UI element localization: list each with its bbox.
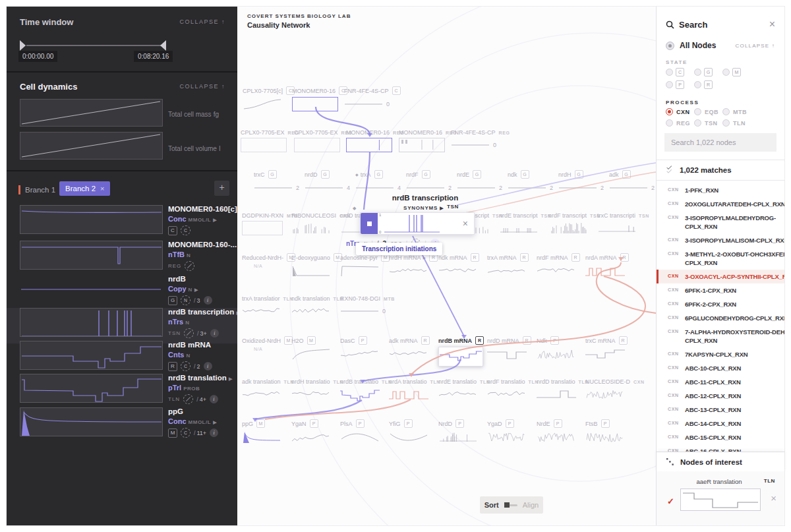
result-item-3-oxoacyl-acp-synthii-cplx-rxn[interactable]: CXN 3-OXOACYL-ACP-SYNTHII-CPLX_RXN bbox=[657, 270, 784, 283]
check-icon[interactable]: ✓ bbox=[667, 496, 674, 506]
sort-label[interactable]: Sort bbox=[484, 501, 499, 509]
network-node-fnr-4fe-4s-cp[interactable]: FNR-4FE-4S-CPC 0 bbox=[344, 86, 392, 111]
causality-network-canvas[interactable]: COVERT SYSTEMS BIOLOGY LAB Causality Net… bbox=[237, 7, 656, 525]
state-filter-R[interactable]: R bbox=[694, 80, 722, 89]
network-node-oxidized-nrdh[interactable]: Oxidized-NrdHM N/A bbox=[242, 336, 289, 351]
network-node-nrdb-mrna[interactable]: nrdB mRNAR bbox=[438, 336, 486, 367]
time-range-start-handle[interactable] bbox=[20, 40, 26, 51]
entry-metric[interactable]: Cnts N bbox=[168, 351, 237, 359]
result-item-7kapsyn-cplx-rxn[interactable]: CXN 7KAPSYN-CPLX_RXN bbox=[657, 347, 784, 361]
entry-metric[interactable]: Copy N ▶ bbox=[168, 285, 237, 293]
network-node-nrde-translatio[interactable]: nrdE translatioTLN bbox=[438, 378, 486, 401]
entry-metric[interactable]: pTrl PROB bbox=[168, 384, 237, 392]
process-filter-CXN[interactable]: CXN bbox=[666, 108, 694, 115]
process-filter-REG[interactable]: REG bbox=[666, 119, 694, 127]
network-node-nrdf[interactable]: nrdFG 2 bbox=[406, 170, 454, 195]
result-item-6pglucondehydrog-cplx-rxn[interactable]: CXN 6PGLUCONDEHYDROG-CPLX_RXN bbox=[657, 311, 784, 325]
result-item-abc-12-cplx-rxn[interactable]: CXN ABC-12-CPLX_RXN bbox=[657, 389, 784, 403]
network-node-trxa-mrna[interactable]: trxA mRNAR bbox=[487, 253, 535, 278]
all-nodes-radio[interactable] bbox=[666, 42, 674, 50]
network-node-plsa[interactable]: PlsAP bbox=[340, 419, 388, 444]
state-filter-M[interactable]: M bbox=[722, 68, 751, 76]
network-node-adenosine-pyr[interactable]: adenosine-pyrM bbox=[340, 253, 388, 278]
result-item-abc-15-cplx-rxn[interactable]: CXN ABC-15-CPLX_RXN bbox=[657, 430, 784, 444]
state-filter-P[interactable]: P bbox=[666, 80, 694, 89]
network-node-nrde[interactable]: nrdEG 2 bbox=[457, 170, 504, 195]
process-filter-EQB[interactable]: EQB bbox=[694, 108, 722, 115]
network-node-nucleoside-d[interactable]: NUCLEOSIDE-DCXN bbox=[585, 378, 633, 401]
network-node-nrdf-transcript[interactable]: nrdF transcriptTSN bbox=[548, 212, 596, 235]
result-item-6pfk-1-cpx-rxn[interactable]: CXN 6PFK-1-CPX_RXN bbox=[657, 283, 784, 297]
network-node-dgdpkin-rxn[interactable]: DGDPKIN-RXNMTB bbox=[242, 212, 289, 235]
network-node-nrdb-translatio[interactable]: nrdB translatioTLN bbox=[340, 378, 388, 401]
network-node-monomer0-16[interactable]: MONOMER0-16REG bbox=[346, 129, 394, 152]
network-node-adk-translation[interactable]: adk translationTLN bbox=[242, 378, 289, 401]
network-node-trxc[interactable]: trxCG 2 bbox=[254, 170, 301, 195]
network-node-trxa-translatior[interactable]: trxA translatiorTLN bbox=[242, 295, 289, 318]
drag-handle[interactable] bbox=[361, 213, 378, 234]
network-node-nrdf-translatio[interactable]: nrdF translatioTLN bbox=[487, 378, 535, 401]
entry-metric[interactable]: nTrs N bbox=[168, 318, 237, 326]
node-search-input[interactable] bbox=[664, 133, 776, 152]
branch-entry-nrdb-transcription[interactable]: nrdB transcription ▶ nTrs N TSN/3+i bbox=[7, 308, 237, 343]
network-node-cplx0-7705-ex[interactable]: CPLX0-7705-EXREG bbox=[241, 129, 288, 152]
close-icon[interactable]: × bbox=[769, 18, 775, 30]
result-item-abc-11-cplx-rxn[interactable]: CXN ABC-11-CPLX_RXN bbox=[657, 375, 784, 389]
nodes-of-interest-header[interactable]: Nodes of interest bbox=[657, 452, 784, 471]
info-icon[interactable]: i bbox=[204, 296, 212, 305]
network-node-nrde[interactable]: NrdEP bbox=[537, 419, 584, 444]
entry-metric[interactable]: Conc MMOL/L ▶ bbox=[168, 215, 237, 223]
network-node-reduced-nrdh[interactable]: Reduced-NrdH-M N/A bbox=[242, 253, 289, 268]
align-label[interactable]: Align bbox=[523, 501, 539, 509]
cell-dynamics-collapse-button[interactable]: COLLAPSE ↑ bbox=[179, 83, 225, 90]
network-node-nrdh-mrna[interactable]: nrdH mRNA▶R bbox=[389, 253, 436, 278]
network-node-nrdh[interactable]: nrdHG 2 bbox=[558, 170, 606, 195]
network-node-dasc[interactable]: DasCP bbox=[340, 336, 388, 361]
branch-entry-ppg[interactable]: ppG Conc MMOL/L ▶ MC/11+i bbox=[7, 407, 237, 442]
branch-entry-nrdb-translation[interactable]: nrdB translation ▶ pTrl PROB TLN/4+i bbox=[7, 374, 237, 408]
result-item-6pfk-2-cpx-rxn[interactable]: CXN 6PFK-2-CPX_RXN bbox=[657, 297, 784, 311]
network-node-fnr-4fe-4s-cp[interactable]: FNR-4FE-4S-CPREG 0 bbox=[451, 129, 498, 152]
state-filter-G[interactable]: G bbox=[694, 68, 722, 76]
result-item-abc-16-cplx-rxn[interactable]: CXN ABC-16-CPLX_RXN bbox=[657, 444, 784, 452]
process-filter-TLN[interactable]: TLN bbox=[722, 119, 751, 127]
process-filter-MTB[interactable]: MTB bbox=[722, 108, 751, 115]
add-branch-button[interactable]: + bbox=[214, 181, 229, 196]
info-icon[interactable]: i bbox=[210, 429, 218, 437]
time-range-end-handle[interactable] bbox=[160, 40, 166, 51]
network-node-trxc-mrna[interactable]: trxC mRNAR bbox=[585, 336, 633, 361]
result-item-7-alpha-hydroxysteroid-deh-cplx-rxn[interactable]: CXN 7-ALPHA-HYDROXYSTEROID-DEH-CPLX_RXN bbox=[657, 325, 784, 347]
network-node-nrdd-mrna[interactable]: nrdD mRNAR bbox=[487, 336, 535, 361]
network-node-yfig[interactable]: YfiGP bbox=[389, 419, 436, 444]
network-node-rxn0-748-dgi[interactable]: RXN0-748-DGIMTB 0 bbox=[340, 295, 388, 318]
all-nodes-collapse-button[interactable]: COLLAPSE ↑ bbox=[736, 43, 775, 49]
branch-entry-nrdb[interactable]: nrdB Copy N ▶ GN/3i bbox=[7, 275, 237, 309]
result-item-abc-14-cplx-rxn[interactable]: CXN ABC-14-CPLX_RXN bbox=[657, 417, 784, 430]
branch-entry-monomer0-160-c[interactable]: MONOMER0-160[c] Conc MMOL/L ▶ CC bbox=[7, 205, 237, 239]
result-item-1-pfk-rxn[interactable]: CXN 1-PFK_RXN bbox=[657, 183, 784, 197]
network-node-ndk[interactable]: ndkG 2 bbox=[508, 170, 555, 195]
network-node-ygan[interactable]: YgaNP bbox=[291, 419, 339, 444]
result-item-abc-10-cplx-rxn[interactable]: CXN ABC-10-CPLX_RXN bbox=[657, 361, 784, 375]
network-node-nrdd-translatio[interactable]: nrdD translatioTLN bbox=[537, 378, 584, 401]
network-node-ftsb[interactable]: FtsBP bbox=[585, 419, 633, 444]
result-item-abc-13-cplx-rxn[interactable]: CXN ABC-13-CPLX_RXN bbox=[657, 403, 784, 417]
process-filter-TSN[interactable]: TSN bbox=[694, 119, 722, 127]
network-node-ygad[interactable]: YgaDP bbox=[487, 419, 535, 444]
network-node-h2o[interactable]: H2OM bbox=[291, 336, 339, 361]
network-node-monomer0-16[interactable]: MONOMER0-16C bbox=[292, 86, 339, 111]
state-filter-C[interactable]: C bbox=[666, 68, 694, 76]
network-node-ndk-mrna[interactable]: ndk mRNAR bbox=[438, 253, 486, 278]
network-node-2-deoxyguano[interactable]: 2'-deoxyguanoM bbox=[291, 253, 339, 278]
entry-metric[interactable]: nTfB N bbox=[168, 251, 237, 258]
network-node-trxc-transcripti[interactable]: trxC transcriptiTSN bbox=[597, 212, 645, 235]
info-icon[interactable]: i bbox=[204, 362, 212, 370]
network-node-nrda-mrna[interactable]: nrdA mRNAR bbox=[585, 253, 633, 278]
info-icon[interactable]: i bbox=[210, 395, 218, 403]
tab-branch-2[interactable]: Branch 2× bbox=[59, 181, 110, 196]
selected-node-card[interactable]: 1 0 × bbox=[360, 212, 475, 235]
entry-metric[interactable]: Conc MMOL/L ▶ bbox=[168, 417, 237, 425]
result-item-3-methyl-2-oxobut-ohch3xfer-cplx-rxn[interactable]: CXN 3-METHYL-2-OXOBUT-OHCH3XFER-CPLX_RXN bbox=[657, 247, 784, 270]
network-node-cplx0-7705-c[interactable]: CPLX0-7705[c]C bbox=[243, 86, 290, 111]
time-range-slider[interactable] bbox=[26, 45, 161, 46]
